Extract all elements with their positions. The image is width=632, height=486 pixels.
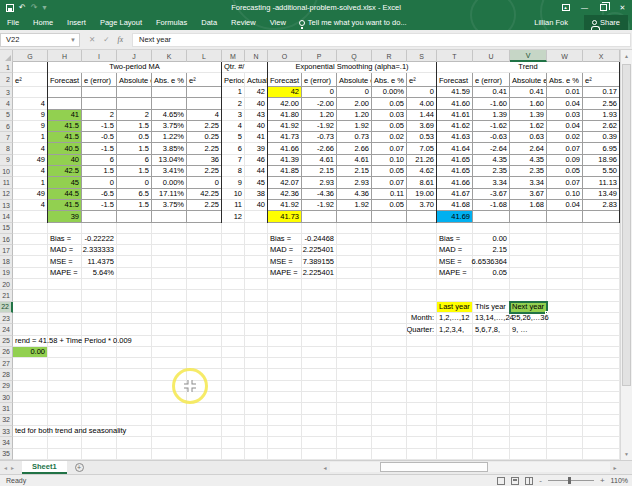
cell-O1[interactable]: Exponential Smoothing (alpha=.1) [268, 62, 437, 73]
cell-U16[interactable]: 0.00 [473, 234, 510, 245]
cell-K18[interactable] [152, 256, 187, 267]
cell-P26[interactable] [302, 347, 337, 358]
cell-K15[interactable] [152, 223, 187, 234]
cell-G35[interactable] [13, 449, 48, 460]
cell-M5[interactable]: 3 [222, 110, 245, 121]
cell-O31[interactable] [268, 403, 302, 414]
cell-G16[interactable] [13, 234, 48, 245]
cell-R11[interactable]: 0.07 [372, 177, 407, 188]
sheet-nav-arrows[interactable]: ◂▸ [0, 464, 22, 471]
cell-G5[interactable]: 9 [13, 110, 48, 121]
cell-P23[interactable] [302, 313, 337, 324]
cell-I5[interactable]: 2 [82, 110, 117, 121]
zoom-slider[interactable] [548, 480, 594, 481]
cell-N9[interactable]: 46 [245, 155, 268, 166]
cancel-icon[interactable]: ✕ [89, 35, 95, 44]
cell-O18[interactable]: MSE = [268, 256, 302, 267]
cell-R19[interactable] [372, 268, 407, 279]
cell-R8[interactable]: 0.07 [372, 143, 407, 154]
cell-R6[interactable]: 0.05 [372, 121, 407, 132]
formula-input[interactable]: Next year [132, 33, 631, 47]
cell-Q14[interactable] [337, 211, 372, 222]
cell-X20[interactable] [583, 279, 620, 290]
cell-T35[interactable] [437, 449, 473, 460]
cell-I35[interactable] [82, 449, 117, 460]
cell-W18[interactable] [547, 256, 583, 267]
cell-H8[interactable]: 40.5 [48, 143, 82, 154]
cell-K27[interactable] [152, 358, 187, 369]
cell-U4[interactable]: -1.60 [473, 98, 510, 109]
cell-X14[interactable] [583, 211, 620, 222]
cell-R25[interactable] [372, 336, 407, 347]
cell-T29[interactable] [437, 381, 473, 392]
cell-G22[interactable] [13, 302, 48, 313]
cell-P34[interactable] [302, 437, 337, 448]
ribbon-tab-page-layout[interactable]: Page Layout [93, 15, 149, 30]
cell-S29[interactable] [407, 381, 437, 392]
cell-M9[interactable]: 7 [222, 155, 245, 166]
cell-S10[interactable]: 4.62 [407, 166, 437, 177]
cell-N30[interactable] [245, 392, 268, 403]
cell-P12[interactable]: -4.36 [302, 189, 337, 200]
cell-I23[interactable] [82, 313, 117, 324]
cell-R5[interactable]: 0.03 [372, 110, 407, 121]
cell-N5[interactable]: 43 [245, 110, 268, 121]
cell-H23[interactable] [48, 313, 82, 324]
cell-R18[interactable] [372, 256, 407, 267]
cell-U27[interactable] [473, 358, 510, 369]
cell-W16[interactable] [547, 234, 583, 245]
cell-R3[interactable]: 0.00% [372, 87, 407, 98]
cell-H15[interactable] [48, 223, 82, 234]
row-header-26[interactable]: 26 [0, 347, 13, 358]
cell-T14[interactable]: 41.69 [437, 211, 473, 222]
cell-I11[interactable]: 0 [82, 177, 117, 188]
cell-I31[interactable] [82, 403, 117, 414]
column-header-M[interactable]: M [222, 50, 245, 62]
cell-G34[interactable] [13, 437, 48, 448]
cell-S8[interactable]: 7.05 [407, 143, 437, 154]
cell-S28[interactable] [407, 369, 437, 380]
cell-Q30[interactable] [337, 392, 372, 403]
cell-W10[interactable]: 0.05 [547, 166, 583, 177]
cell-O15[interactable] [268, 223, 302, 234]
scroll-up-icon[interactable]: ▲ [621, 50, 632, 62]
cell-J32[interactable] [117, 415, 152, 426]
cell-L28[interactable] [187, 369, 222, 380]
cell-K28[interactable] [152, 369, 187, 380]
cell-X26[interactable] [583, 347, 620, 358]
cell-X13[interactable]: 2.83 [583, 200, 620, 211]
cell-H17[interactable]: MAD = [48, 245, 82, 256]
cell-S27[interactable] [407, 358, 437, 369]
column-header-I[interactable]: I [82, 50, 117, 62]
cell-W15[interactable] [547, 223, 583, 234]
cell-M19[interactable] [222, 268, 245, 279]
cell-O4[interactable]: 42.00 [268, 98, 302, 109]
cell-R28[interactable] [372, 369, 407, 380]
row-header-22[interactable]: 22 [0, 302, 13, 313]
cell-N24[interactable] [245, 324, 268, 335]
cell-V33[interactable] [510, 426, 547, 437]
cell-N29[interactable] [245, 381, 268, 392]
scroll-right-icon[interactable]: ▸ [610, 464, 620, 471]
cell-R30[interactable] [372, 392, 407, 403]
cell-I2[interactable]: e (error) [82, 73, 117, 87]
cell-I29[interactable] [82, 381, 117, 392]
cell-T9[interactable]: 41.65 [437, 155, 473, 166]
cell-U15[interactable] [473, 223, 510, 234]
row-header-4[interactable]: 4 [0, 98, 13, 109]
cell-X9[interactable]: 18.96 [583, 155, 620, 166]
cell-O23[interactable] [268, 313, 302, 324]
cell-V34[interactable] [510, 437, 547, 448]
cell-N10[interactable]: 44 [245, 166, 268, 177]
cell-P32[interactable] [302, 415, 337, 426]
cell-G25[interactable]: rend = 41.58 + Time Period * 0.009 [13, 336, 48, 347]
cell-Q31[interactable] [337, 403, 372, 414]
cell-P8[interactable]: -2.66 [302, 143, 337, 154]
cell-U32[interactable] [473, 415, 510, 426]
cell-J14[interactable] [117, 211, 152, 222]
cell-H31[interactable] [48, 403, 82, 414]
cell-O13[interactable]: 41.92 [268, 200, 302, 211]
cell-N7[interactable]: 41 [245, 132, 268, 143]
cell-R23[interactable] [372, 313, 407, 324]
cell-X22[interactable] [583, 302, 620, 313]
